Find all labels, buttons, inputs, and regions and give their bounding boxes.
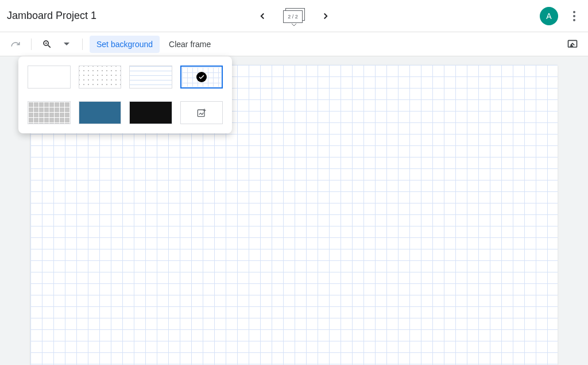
dot-icon	[573, 11, 575, 13]
next-frame-button[interactable]	[319, 9, 332, 23]
bg-option-dots[interactable]	[79, 66, 122, 89]
background-picker-popover	[18, 56, 232, 133]
check-icon	[196, 72, 207, 82]
redo-icon	[10, 39, 21, 49]
frame-navigation: 2 / 2	[256, 8, 332, 24]
separator	[82, 39, 83, 50]
bg-option-grid[interactable]	[180, 66, 223, 89]
canvas-area	[0, 56, 588, 365]
zoom-button[interactable]	[38, 36, 56, 53]
bg-option-black[interactable]	[129, 101, 172, 124]
zoom-dropdown[interactable]	[58, 36, 75, 53]
more-options-button[interactable]	[567, 6, 581, 26]
add-image-icon	[196, 107, 207, 118]
header-right: A	[540, 6, 581, 26]
cast-icon	[567, 39, 578, 50]
bg-option-blue[interactable]	[79, 101, 122, 124]
toolbar-right	[564, 36, 581, 53]
zoom-in-icon	[42, 39, 52, 49]
bg-option-blank[interactable]	[28, 66, 71, 89]
dot-icon	[573, 19, 575, 21]
present-button[interactable]	[564, 36, 581, 53]
toolbar: Set background Clear frame	[0, 32, 588, 56]
header: Jamboard Project 1 2 / 2 A	[0, 0, 588, 32]
separator	[31, 39, 32, 50]
caret-down-icon	[292, 21, 296, 28]
chevron-right-icon	[320, 11, 331, 21]
clear-frame-button[interactable]: Clear frame	[162, 36, 218, 53]
frame-indicator[interactable]: 2 / 2	[283, 8, 305, 24]
bg-option-upload[interactable]	[180, 101, 223, 124]
chevron-left-icon	[257, 11, 268, 21]
set-background-button[interactable]: Set background	[90, 36, 160, 53]
redo-button[interactable]	[7, 36, 24, 53]
project-title[interactable]: Jamboard Project 1	[7, 10, 96, 22]
caret-down-icon	[64, 43, 69, 46]
avatar[interactable]: A	[540, 7, 558, 25]
prev-frame-button[interactable]	[256, 9, 269, 23]
dot-icon	[573, 15, 575, 17]
bg-option-gray-grid[interactable]	[28, 101, 71, 124]
bg-option-lines[interactable]	[129, 66, 172, 89]
